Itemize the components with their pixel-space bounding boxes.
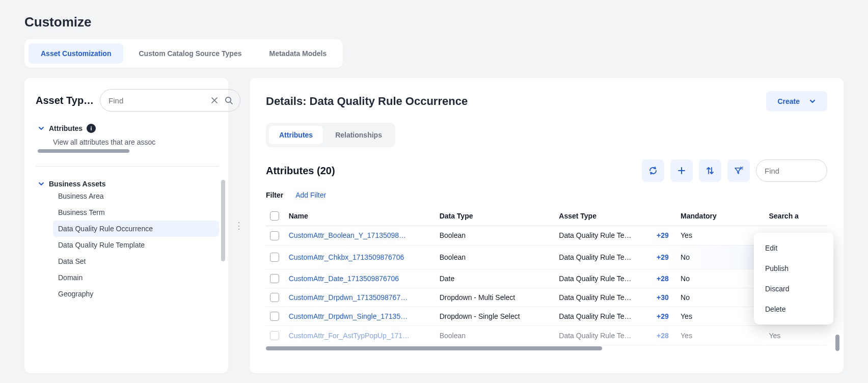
cell-mandatory: Yes bbox=[676, 226, 765, 245]
attributes-section-toggle[interactable]: Attributes i bbox=[36, 124, 219, 133]
col-data-type[interactable]: Data Type bbox=[436, 206, 555, 226]
menu-edit[interactable]: Edit bbox=[754, 238, 833, 258]
cell-mandatory: Yes bbox=[676, 307, 765, 326]
attributes-table: Name Data Type Asset Type Mandatory Sear… bbox=[266, 206, 827, 345]
attributes-find-input[interactable] bbox=[765, 167, 844, 175]
table-row[interactable]: CustomAttr_For_AstTypPopUp_171…BooleanDa… bbox=[266, 326, 827, 345]
more-badge[interactable]: +28 bbox=[657, 332, 669, 340]
more-badge[interactable]: +29 bbox=[657, 312, 669, 320]
filter-label: Filter bbox=[266, 191, 283, 199]
attributes-find[interactable] bbox=[756, 159, 827, 182]
more-badge[interactable]: +29 bbox=[657, 253, 669, 261]
cell-name[interactable]: CustomAttr_Drpdwn_17135098767… bbox=[285, 288, 436, 307]
cell-name[interactable]: CustomAttr_Chkbx_1713509876706 bbox=[285, 245, 436, 269]
row-checkbox[interactable] bbox=[270, 253, 279, 262]
select-all-checkbox[interactable] bbox=[270, 211, 279, 221]
row-checkbox[interactable] bbox=[270, 274, 279, 283]
attributes-section-label: Attributes bbox=[49, 124, 83, 132]
inner-tab-relationships[interactable]: Relationships bbox=[325, 126, 392, 144]
table-row[interactable]: CustomAttr_Boolean_Y_17135098…BooleanDat… bbox=[266, 226, 827, 245]
sort-button[interactable] bbox=[699, 159, 721, 182]
sidebar-item-business-area[interactable]: Business Area bbox=[53, 188, 219, 204]
refresh-button[interactable] bbox=[642, 159, 664, 182]
chevron-down-icon bbox=[809, 98, 816, 105]
tab-custom-catalog-source-types[interactable]: Custom Catalog Source Types bbox=[126, 43, 254, 64]
details-tabs: AttributesRelationships bbox=[266, 123, 395, 147]
attributes-subtext: View all attributes that are assoc bbox=[36, 133, 219, 149]
clear-icon[interactable] bbox=[209, 95, 220, 105]
cell-data-type: Dropdown - Multi Select bbox=[436, 288, 555, 307]
cell-data-type: Boolean bbox=[436, 326, 555, 345]
more-badge[interactable]: +30 bbox=[657, 293, 669, 302]
horizontal-scroll-thumb[interactable] bbox=[38, 149, 129, 153]
sidebar-scrollbar[interactable] bbox=[221, 161, 225, 345]
menu-scrollbar[interactable] bbox=[835, 335, 839, 351]
more-badge[interactable]: +28 bbox=[657, 275, 669, 283]
cell-asset-type: Data Quality Rule Te… bbox=[555, 288, 648, 307]
col-asset-type-extra bbox=[648, 206, 676, 226]
search-icon[interactable] bbox=[224, 95, 234, 105]
col-asset-type[interactable]: Asset Type bbox=[555, 206, 648, 226]
create-label: Create bbox=[777, 97, 800, 105]
info-icon[interactable]: i bbox=[87, 124, 96, 133]
cell-mandatory: No bbox=[676, 245, 765, 269]
sidebar-item-data-quality-rule-template[interactable]: Data Quality Rule Template bbox=[53, 237, 219, 253]
table-horizontal-scrollbar[interactable] bbox=[266, 346, 602, 350]
tab-asset-customization[interactable]: Asset Customization bbox=[29, 43, 123, 64]
clear-filter-button[interactable] bbox=[727, 159, 750, 182]
details-panel: Details: Data Quality Rule Occurrence Cr… bbox=[250, 78, 844, 373]
more-badge[interactable]: +29 bbox=[657, 231, 669, 239]
table-row[interactable]: CustomAttr_Date_1713509876706DateData Qu… bbox=[266, 269, 827, 288]
cell-name[interactable]: CustomAttr_Drpdwn_Single_17135… bbox=[285, 307, 436, 326]
row-checkbox[interactable] bbox=[270, 231, 279, 240]
col-mandatory[interactable]: Mandatory bbox=[676, 206, 765, 226]
sidebar-item-data-set[interactable]: Data Set bbox=[53, 253, 219, 269]
table-row[interactable]: CustomAttr_Drpdwn_17135098767…Dropdown -… bbox=[266, 288, 827, 307]
col-name[interactable]: Name bbox=[285, 206, 436, 226]
cell-asset-type: Data Quality Rule Te… bbox=[555, 269, 648, 288]
sidebar-item-data-quality-rule-occurrence[interactable]: Data Quality Rule Occurrence bbox=[53, 221, 219, 237]
cell-asset-type: Data Quality Rule Te… bbox=[555, 307, 648, 326]
context-menu: EditPublishDiscardDelete bbox=[754, 233, 833, 324]
asset-types-panel: Asset Typ… Attributes i View all attribu… bbox=[24, 78, 228, 373]
sidebar-item-geography[interactable]: Geography bbox=[53, 286, 219, 302]
cell-mandatory: Yes bbox=[676, 326, 765, 345]
sidebar-item-business-term[interactable]: Business Term bbox=[53, 204, 219, 221]
table-row[interactable]: CustomAttr_Drpdwn_Single_17135…Dropdown … bbox=[266, 307, 827, 326]
row-checkbox[interactable] bbox=[270, 312, 279, 321]
cell-data-type: Dropdown - Single Select bbox=[436, 307, 555, 326]
resize-handle[interactable]: ⋮ bbox=[232, 220, 246, 231]
business-assets-toggle[interactable]: Business Assets bbox=[36, 180, 219, 188]
cell-name[interactable]: CustomAttr_For_AstTypPopUp_171… bbox=[285, 326, 436, 345]
add-filter-link[interactable]: Add Filter bbox=[295, 191, 326, 199]
menu-publish[interactable]: Publish bbox=[754, 258, 833, 279]
cell-name[interactable]: CustomAttr_Date_1713509876706 bbox=[285, 269, 436, 288]
cell-data-type: Boolean bbox=[436, 226, 555, 245]
menu-discard[interactable]: Discard bbox=[754, 279, 833, 299]
table-row[interactable]: CustomAttr_Chkbx_1713509876706BooleanDat… bbox=[266, 245, 827, 269]
cell-asset-type: Data Quality Rule Te… bbox=[555, 245, 648, 269]
page-title: Customize bbox=[0, 0, 868, 39]
inner-tab-attributes[interactable]: Attributes bbox=[269, 126, 323, 144]
tab-metadata-models[interactable]: Metadata Models bbox=[257, 43, 339, 64]
asset-types-title: Asset Typ… bbox=[36, 95, 94, 106]
cell-mandatory: No bbox=[676, 288, 765, 307]
add-button[interactable] bbox=[670, 159, 693, 182]
asset-types-find[interactable] bbox=[100, 89, 240, 112]
business-assets-list: Business AreaBusiness TermData Quality R… bbox=[36, 188, 219, 302]
cell-data-type: Boolean bbox=[436, 245, 555, 269]
details-title: Details: Data Quality Rule Occurrence bbox=[266, 95, 468, 108]
find-input[interactable] bbox=[108, 96, 205, 105]
cell-asset-type: Data Quality Rule Te… bbox=[555, 326, 648, 345]
sidebar-item-domain[interactable]: Domain bbox=[53, 269, 219, 286]
create-button[interactable]: Create bbox=[766, 91, 827, 112]
menu-delete[interactable]: Delete bbox=[754, 299, 833, 319]
divider bbox=[36, 166, 219, 167]
attributes-table-wrap: Name Data Type Asset Type Mandatory Sear… bbox=[266, 206, 827, 345]
row-checkbox[interactable] bbox=[270, 293, 279, 302]
chevron-down-icon bbox=[38, 180, 45, 187]
cell-name[interactable]: CustomAttr_Boolean_Y_17135098… bbox=[285, 226, 436, 245]
row-checkbox[interactable] bbox=[270, 331, 279, 340]
col-search[interactable]: Search a bbox=[765, 206, 828, 226]
cell-asset-type: Data Quality Rule Te… bbox=[555, 226, 648, 245]
